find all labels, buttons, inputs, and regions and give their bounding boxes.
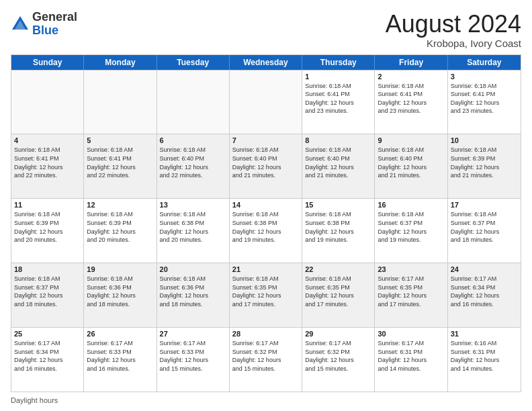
day-info: Sunrise: 6:18 AM Sunset: 6:40 PM Dayligh… [305, 146, 371, 179]
title-block: August 2024 Krobopa, Ivory Coast [386, 11, 521, 49]
day-info: Sunrise: 6:18 AM Sunset: 6:40 PM Dayligh… [378, 146, 444, 179]
day-number: 28 [232, 330, 299, 338]
logo: General Blue [11, 11, 77, 38]
week-row-3: 18Sunrise: 6:18 AM Sunset: 6:37 PM Dayli… [11, 263, 521, 327]
day-info: Sunrise: 6:16 AM Sunset: 6:31 PM Dayligh… [451, 339, 518, 373]
cal-cell: 23Sunrise: 6:17 AM Sunset: 6:35 PM Dayli… [375, 263, 447, 327]
day-info: Sunrise: 6:18 AM Sunset: 6:39 PM Dayligh… [14, 210, 81, 244]
day-number: 10 [451, 136, 518, 144]
logo-text: General Blue [32, 11, 77, 38]
day-info: Sunrise: 6:17 AM Sunset: 6:33 PM Dayligh… [160, 339, 226, 373]
day-number: 7 [232, 136, 299, 144]
header-cell-tuesday: Tuesday [157, 55, 230, 70]
day-info: Sunrise: 6:18 AM Sunset: 6:41 PM Dayligh… [305, 82, 371, 116]
day-number: 30 [378, 330, 444, 338]
day-info: Sunrise: 6:17 AM Sunset: 6:33 PM Dayligh… [87, 339, 153, 373]
day-number: 29 [305, 330, 371, 338]
day-number: 18 [14, 265, 81, 273]
header-cell-thursday: Thursday [302, 55, 375, 70]
day-info: Sunrise: 6:18 AM Sunset: 6:37 PM Dayligh… [14, 275, 81, 308]
day-info: Sunrise: 6:18 AM Sunset: 6:36 PM Dayligh… [160, 275, 226, 308]
day-info: Sunrise: 6:18 AM Sunset: 6:41 PM Dayligh… [451, 82, 518, 116]
header: General Blue August 2024 Krobopa, Ivory … [11, 11, 521, 49]
cal-cell: 24Sunrise: 6:17 AM Sunset: 6:34 PM Dayli… [448, 263, 521, 327]
day-info: Sunrise: 6:18 AM Sunset: 6:41 PM Dayligh… [378, 82, 444, 116]
day-number: 11 [14, 201, 81, 209]
day-number: 24 [451, 265, 518, 273]
cal-cell: 20Sunrise: 6:18 AM Sunset: 6:36 PM Dayli… [157, 263, 230, 327]
cal-cell: 25Sunrise: 6:17 AM Sunset: 6:34 PM Dayli… [11, 328, 84, 392]
day-number: 3 [451, 73, 518, 81]
day-number: 9 [378, 136, 444, 144]
day-number: 13 [160, 201, 226, 209]
day-info: Sunrise: 6:17 AM Sunset: 6:32 PM Dayligh… [305, 339, 371, 373]
day-info: Sunrise: 6:18 AM Sunset: 6:37 PM Dayligh… [378, 210, 444, 244]
header-cell-wednesday: Wednesday [230, 55, 302, 70]
cal-cell: 15Sunrise: 6:18 AM Sunset: 6:38 PM Dayli… [302, 199, 375, 263]
day-number: 5 [87, 136, 153, 144]
day-info: Sunrise: 6:18 AM Sunset: 6:38 PM Dayligh… [305, 210, 371, 244]
day-info: Sunrise: 6:18 AM Sunset: 6:35 PM Dayligh… [305, 275, 371, 308]
day-info: Sunrise: 6:18 AM Sunset: 6:39 PM Dayligh… [87, 210, 153, 244]
week-row-2: 11Sunrise: 6:18 AM Sunset: 6:39 PM Dayli… [11, 198, 521, 263]
calendar-body: 1Sunrise: 6:18 AM Sunset: 6:41 PM Daylig… [11, 70, 521, 392]
cal-cell: 1Sunrise: 6:18 AM Sunset: 6:41 PM Daylig… [302, 71, 375, 134]
day-info: Sunrise: 6:18 AM Sunset: 6:38 PM Dayligh… [232, 210, 299, 244]
day-number: 17 [451, 201, 518, 209]
day-info: Sunrise: 6:18 AM Sunset: 6:41 PM Dayligh… [14, 146, 81, 179]
day-number: 16 [378, 201, 444, 209]
calendar: SundayMondayTuesdayWednesdayThursdayFrid… [11, 54, 521, 392]
cal-cell: 16Sunrise: 6:18 AM Sunset: 6:37 PM Dayli… [375, 199, 447, 263]
logo-general: General [32, 10, 77, 24]
day-info: Sunrise: 6:18 AM Sunset: 6:41 PM Dayligh… [87, 146, 153, 179]
day-number: 21 [232, 265, 299, 273]
cal-cell: 17Sunrise: 6:18 AM Sunset: 6:37 PM Dayli… [448, 199, 521, 263]
cal-cell: 30Sunrise: 6:17 AM Sunset: 6:31 PM Dayli… [375, 328, 447, 392]
day-info: Sunrise: 6:17 AM Sunset: 6:32 PM Dayligh… [232, 339, 299, 373]
cal-cell [230, 71, 302, 134]
cal-cell: 4Sunrise: 6:18 AM Sunset: 6:41 PM Daylig… [11, 134, 84, 198]
footer-label: Daylight hours [11, 396, 58, 404]
day-info: Sunrise: 6:18 AM Sunset: 6:38 PM Dayligh… [160, 210, 226, 244]
day-number: 23 [378, 265, 444, 273]
page: General Blue August 2024 Krobopa, Ivory … [0, 0, 532, 411]
day-number: 26 [87, 330, 153, 338]
header-cell-monday: Monday [84, 55, 157, 70]
day-info: Sunrise: 6:18 AM Sunset: 6:35 PM Dayligh… [232, 275, 299, 308]
header-cell-saturday: Saturday [448, 55, 521, 70]
cal-cell: 9Sunrise: 6:18 AM Sunset: 6:40 PM Daylig… [375, 134, 447, 198]
day-number: 19 [87, 265, 153, 273]
day-number: 1 [305, 73, 371, 81]
cal-cell: 27Sunrise: 6:17 AM Sunset: 6:33 PM Dayli… [157, 328, 230, 392]
cal-cell: 28Sunrise: 6:17 AM Sunset: 6:32 PM Dayli… [230, 328, 302, 392]
day-number: 12 [87, 201, 153, 209]
cal-cell [11, 71, 84, 134]
day-number: 25 [14, 330, 81, 338]
day-number: 6 [160, 136, 226, 144]
week-row-4: 25Sunrise: 6:17 AM Sunset: 6:34 PM Dayli… [11, 327, 521, 392]
day-info: Sunrise: 6:17 AM Sunset: 6:34 PM Dayligh… [451, 275, 518, 308]
cal-cell: 19Sunrise: 6:18 AM Sunset: 6:36 PM Dayli… [84, 263, 157, 327]
cal-cell [84, 71, 157, 134]
cal-cell: 2Sunrise: 6:18 AM Sunset: 6:41 PM Daylig… [375, 71, 447, 134]
cal-cell: 6Sunrise: 6:18 AM Sunset: 6:40 PM Daylig… [157, 134, 230, 198]
cal-cell: 7Sunrise: 6:18 AM Sunset: 6:40 PM Daylig… [230, 134, 302, 198]
day-info: Sunrise: 6:17 AM Sunset: 6:34 PM Dayligh… [14, 339, 81, 373]
day-number: 8 [305, 136, 371, 144]
day-number: 4 [14, 136, 81, 144]
day-info: Sunrise: 6:18 AM Sunset: 6:36 PM Dayligh… [87, 275, 153, 308]
day-number: 22 [305, 265, 371, 273]
cal-cell: 10Sunrise: 6:18 AM Sunset: 6:39 PM Dayli… [448, 134, 521, 198]
cal-cell: 21Sunrise: 6:18 AM Sunset: 6:35 PM Dayli… [230, 263, 302, 327]
day-info: Sunrise: 6:18 AM Sunset: 6:40 PM Dayligh… [232, 146, 299, 179]
week-row-1: 4Sunrise: 6:18 AM Sunset: 6:41 PM Daylig… [11, 134, 521, 198]
calendar-header-row: SundayMondayTuesdayWednesdayThursdayFrid… [11, 55, 521, 70]
day-info: Sunrise: 6:17 AM Sunset: 6:35 PM Dayligh… [378, 275, 444, 308]
header-cell-friday: Friday [375, 55, 447, 70]
day-info: Sunrise: 6:18 AM Sunset: 6:39 PM Dayligh… [451, 146, 518, 179]
day-number: 2 [378, 73, 444, 81]
day-number: 20 [160, 265, 226, 273]
calendar-subtitle: Krobopa, Ivory Coast [386, 38, 521, 49]
day-number: 14 [232, 201, 299, 209]
day-number: 15 [305, 201, 371, 209]
